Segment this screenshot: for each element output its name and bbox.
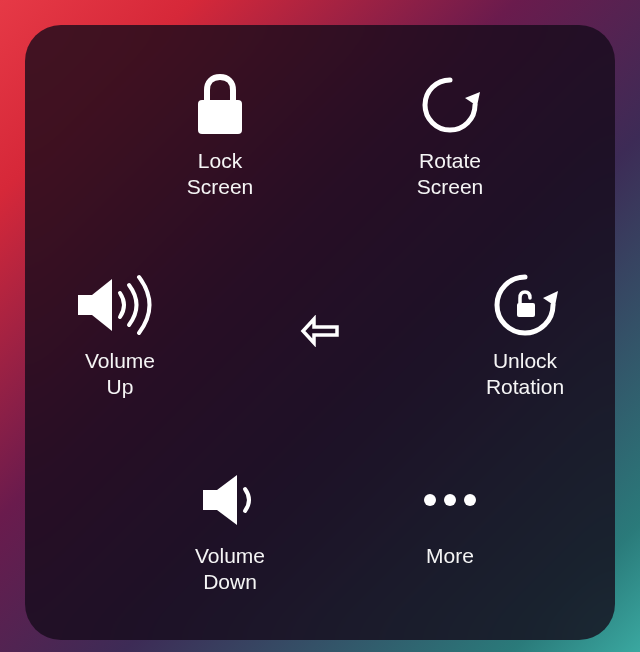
unlock-rotation-label: Unlock Rotation: [486, 348, 564, 401]
more-label: More: [426, 543, 474, 569]
svg-point-2: [424, 494, 436, 506]
svg-point-4: [464, 494, 476, 506]
rotate-screen-label: Rotate Screen: [417, 148, 484, 201]
more-icon: [415, 465, 485, 535]
lock-icon: [192, 70, 248, 140]
arrow-left-icon: [300, 315, 340, 351]
volume-up-button[interactable]: Volume Up: [50, 270, 190, 401]
volume-down-icon: [195, 465, 265, 535]
more-button[interactable]: More: [380, 465, 520, 569]
volume-up-label: Volume Up: [85, 348, 155, 401]
rotate-icon: [415, 70, 485, 140]
svg-point-3: [444, 494, 456, 506]
volume-down-label: Volume Down: [195, 543, 265, 596]
unlock-rotation-button[interactable]: Unlock Rotation: [455, 270, 595, 401]
lock-screen-label: Lock Screen: [187, 148, 254, 201]
svg-rect-1: [517, 303, 535, 317]
rotation-lock-open-icon: [489, 270, 561, 340]
lock-screen-button[interactable]: Lock Screen: [150, 70, 290, 201]
assistive-touch-panel: Lock Screen Rotate Screen Volume Up: [25, 25, 615, 640]
volume-up-icon: [74, 270, 166, 340]
rotate-screen-button[interactable]: Rotate Screen: [380, 70, 520, 201]
svg-rect-0: [198, 100, 242, 134]
back-button[interactable]: [297, 310, 343, 356]
volume-down-button[interactable]: Volume Down: [160, 465, 300, 596]
